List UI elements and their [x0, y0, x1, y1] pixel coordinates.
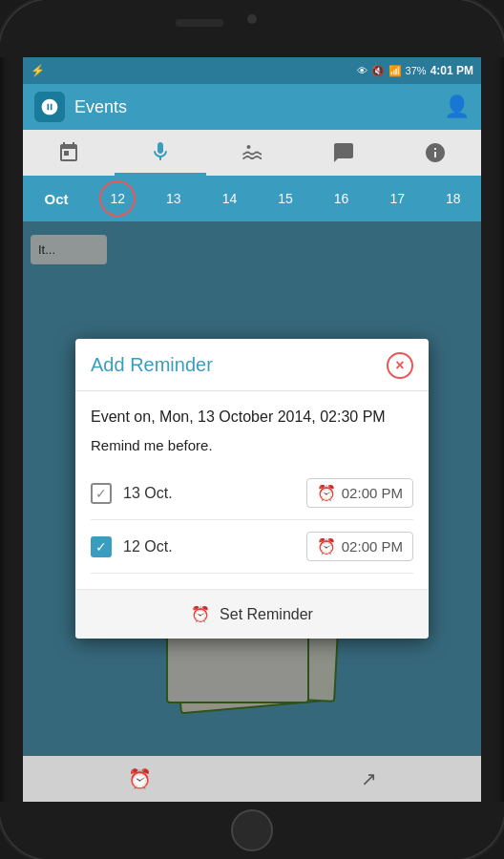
modal-close-button[interactable]: ×: [387, 352, 413, 379]
app-logo: [34, 92, 65, 122]
modal-title: Add Reminder: [91, 354, 213, 376]
share-icon[interactable]: ↗: [361, 767, 377, 790]
check-icon-1: ✓: [95, 486, 107, 501]
add-reminder-modal: Add Reminder × Event on, Mon, 13 October…: [75, 339, 429, 639]
reminder-1-time[interactable]: ⏰ 02:00 PM: [306, 478, 413, 508]
set-reminder-button[interactable]: ⏰ Set Reminder: [75, 589, 429, 639]
check-icon-2: ✓: [95, 539, 107, 555]
person-icon[interactable]: 👤: [444, 94, 470, 119]
battery-text: 37%: [406, 65, 427, 76]
bottom-bar: ⏰ ↗: [23, 756, 481, 802]
nav-tabs: [23, 130, 481, 176]
reminder-2-date: 12 Oct.: [123, 538, 306, 555]
phone-camera: [247, 14, 257, 24]
reminder-1-checkbox[interactable]: ✓: [91, 483, 112, 504]
cal-day-13[interactable]: 13: [146, 176, 202, 221]
nav-tab-info[interactable]: [389, 130, 481, 176]
cal-day-16[interactable]: 16: [313, 176, 369, 221]
reminder-2-checkbox[interactable]: ✓: [91, 536, 112, 557]
cal-day-18[interactable]: 18: [425, 176, 481, 221]
logo-icon: [40, 97, 59, 116]
cal-day-15[interactable]: 15: [258, 176, 314, 221]
clock-icon-1: ⏰: [317, 484, 336, 502]
calendar-row: Oct 12 13 14 15 16 17 18: [23, 176, 481, 221]
status-right: 👁 🔇 📶 37% 4:01 PM: [357, 64, 473, 77]
usb-icon: ⚡: [31, 64, 45, 77]
app-header: Events 👤: [23, 84, 481, 130]
wifi-icon: 📶: [388, 65, 402, 77]
nav-tab-swim[interactable]: [206, 130, 298, 176]
event-description: Event on, Mon, 13 October 2014, 02:30 PM: [91, 407, 413, 428]
reminder-2-time-value: 02:00 PM: [342, 538, 403, 555]
phone-top-bar: [0, 0, 504, 57]
cal-day-17[interactable]: 17: [369, 176, 426, 221]
reminder-row-1: ✓ 13 Oct. ⏰ 02:00 PM: [91, 467, 413, 520]
status-bar: ⚡ 👁 🔇 📶 37% 4:01 PM: [23, 57, 481, 84]
day-number: 12: [111, 191, 126, 206]
modal-overlay: Add Reminder × Event on, Mon, 13 October…: [23, 221, 481, 756]
screen: ⚡ 👁 🔇 📶 37% 4:01 PM Events 👤: [23, 57, 481, 802]
phone-speaker: [176, 19, 223, 27]
close-icon: ×: [395, 357, 404, 374]
mute-icon: 🔇: [371, 65, 385, 77]
nav-tab-chat[interactable]: [298, 130, 389, 176]
cal-day-14[interactable]: 14: [201, 176, 258, 221]
eye-icon: 👁: [357, 65, 368, 76]
reminder-2-time[interactable]: ⏰ 02:00 PM: [306, 532, 413, 561]
main-content: It... B I N G O: [23, 221, 481, 756]
nav-tab-microphone[interactable]: [115, 130, 206, 176]
calendar-month: Oct: [23, 191, 90, 207]
clock-icon-2: ⏰: [317, 537, 336, 555]
phone-frame: ⚡ 👁 🔇 📶 37% 4:01 PM Events 👤: [0, 0, 504, 859]
modal-body: Event on, Mon, 13 October 2014, 02:30 PM…: [75, 391, 429, 589]
app-title: Events: [74, 97, 444, 117]
alarm-icon[interactable]: ⏰: [128, 767, 152, 790]
set-reminder-label: Set Reminder: [220, 606, 313, 623]
reminder-1-time-value: 02:00 PM: [342, 485, 403, 501]
modal-header: Add Reminder ×: [75, 339, 429, 391]
phone-bottom: [0, 802, 504, 859]
nav-tab-calendar[interactable]: [23, 130, 115, 176]
reminder-1-date: 13 Oct.: [123, 485, 306, 502]
cal-day-12[interactable]: 12: [90, 176, 146, 221]
remind-text: Remind me before.: [91, 437, 413, 453]
calendar-days: 12 13 14 15 16 17 18: [90, 176, 481, 221]
time-display: 4:01 PM: [430, 64, 473, 77]
home-button[interactable]: [231, 809, 273, 851]
set-reminder-clock-icon: ⏰: [191, 605, 210, 623]
status-left: ⚡: [31, 64, 45, 77]
reminder-row-2: ✓ 12 Oct. ⏰ 02:00 PM: [91, 520, 413, 574]
